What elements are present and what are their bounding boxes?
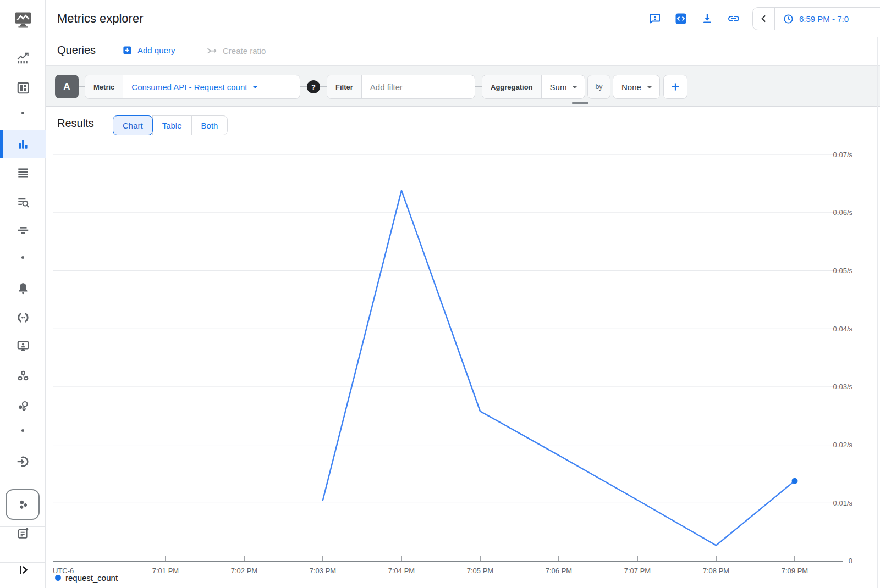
svg-text:0.07/s: 0.07/s: [833, 151, 853, 159]
svg-text:0.03/s: 0.03/s: [833, 382, 853, 391]
svg-text:0.06/s: 0.06/s: [833, 208, 853, 217]
svg-text:7:09 PM: 7:09 PM: [782, 567, 808, 575]
metrics-explorer-page: Metrics explorer 6:59 PM - 7:0 Qu: [0, 0, 880, 588]
svg-text:7:05 PM: 7:05 PM: [467, 567, 493, 575]
svg-text:7:06 PM: 7:06 PM: [546, 567, 572, 575]
svg-text:7:08 PM: 7:08 PM: [703, 567, 729, 575]
svg-text:0.05/s: 0.05/s: [833, 267, 853, 275]
svg-text:0: 0: [849, 557, 853, 565]
panel-right-edge: [877, 37, 878, 588]
svg-text:7:07 PM: 7:07 PM: [624, 567, 651, 575]
results-line-chart[interactable]: 0.07/s0.06/s0.05/s0.04/s0.03/s0.02/s0.01…: [0, 0, 880, 588]
svg-text:7:03 PM: 7:03 PM: [310, 567, 336, 575]
legend-item-request-count[interactable]: request_count: [55, 573, 118, 583]
svg-text:7:02 PM: 7:02 PM: [231, 567, 257, 575]
svg-text:0.01/s: 0.01/s: [833, 499, 853, 507]
svg-text:0.04/s: 0.04/s: [833, 325, 853, 333]
view-toggle-chart[interactable]: Chart: [113, 115, 153, 135]
svg-text:0.02/s: 0.02/s: [833, 441, 853, 449]
svg-text:7:01 PM: 7:01 PM: [152, 567, 179, 575]
legend-series-label: request_count: [65, 573, 118, 583]
svg-text:7:04 PM: 7:04 PM: [388, 567, 415, 575]
legend-series-dot: [55, 575, 61, 581]
